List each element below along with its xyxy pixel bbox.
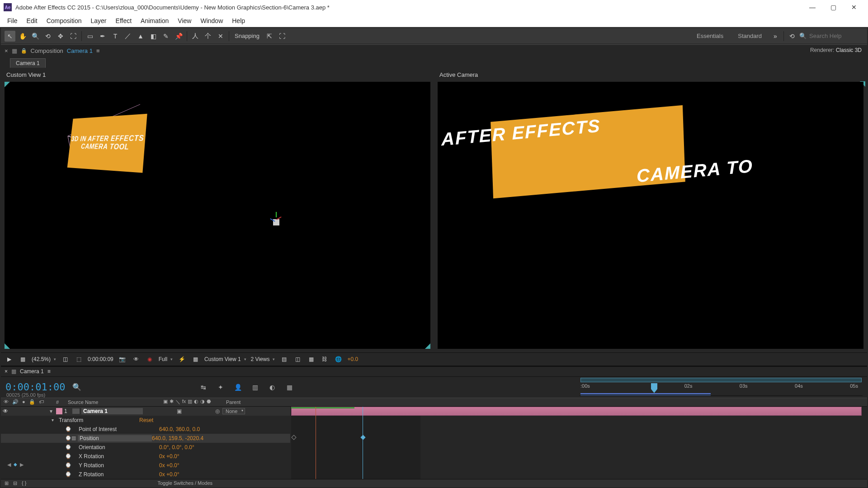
parent-col[interactable]: Parent [223,399,290,405]
keyframe-tick[interactable] [363,455,363,458]
property-value[interactable]: 640.0, 159.5, -2020.4 [152,435,203,441]
transform-group[interactable]: ▾ Transform Reset [1,416,290,425]
view-layout-dropdown[interactable]: Custom View 1 [204,356,246,362]
property-value[interactable]: 0.0°, 0.0°, 0.0° [159,444,194,450]
zoom-tool[interactable]: 🔍 [30,31,41,42]
clone-stamp-tool[interactable]: ▲ [135,31,146,42]
layer-switches[interactable]: ▣ [143,408,215,414]
stopwatch-icon[interactable]: ⌚ [65,426,71,432]
work-area-bar[interactable] [580,378,862,382]
current-time-display[interactable]: 0:00:01:00 [1,381,70,393]
maximize-button[interactable]: ▢ [823,0,844,14]
draft-3d-icon[interactable]: ✦ [216,383,225,392]
rotation-tool[interactable]: ⟲ [42,31,53,42]
channel-icon[interactable]: ◉ [145,355,154,364]
property-value[interactable]: 0x +0.0° [159,471,179,478]
property-row-y-rotation[interactable]: ⌚Y Rotation0x +0.0° [1,461,290,470]
local-axis-mode[interactable]: 人 [190,31,201,42]
time-ruler[interactable]: :00s 02s 03s 04s 05s [580,377,863,396]
close-button[interactable]: ✕ [844,0,864,14]
transparency-grid-icon[interactable]: ▦ [18,355,27,364]
pixel-aspect-icon[interactable]: ▤ [279,355,288,364]
menu-composition[interactable]: Composition [42,15,86,26]
solo-column-icon[interactable]: ● [22,399,25,405]
globe-icon[interactable]: 🌐 [334,355,343,364]
playhead-line[interactable] [363,407,363,479]
keyframe-tick[interactable] [363,446,363,449]
brush-tool[interactable]: ／ [123,31,133,42]
menu-edit[interactable]: Edit [22,15,42,26]
menu-file[interactable]: File [3,15,22,26]
guides-icon[interactable]: ◫ [293,355,302,364]
close-panel-icon[interactable]: × [5,47,8,54]
pan-behind-tool[interactable]: ⛶ [68,31,79,42]
stopwatch-icon[interactable]: ⌚ [65,471,71,477]
composition-name[interactable]: Camera 1 [67,47,93,54]
timeline-close-icon[interactable]: × [5,368,8,375]
property-value[interactable]: 0x +0.0° [159,453,179,460]
zoom-dropdown[interactable]: (42.5%) [32,356,56,362]
next-keyframe-button[interactable]: ▶ [20,462,24,468]
property-row-x-rotation[interactable]: ⌚X Rotation0x +0.0° [1,452,290,461]
search-input[interactable] [809,33,863,39]
stopwatch-icon[interactable]: ⌚ [65,444,71,450]
toggle-transparency-icon[interactable]: ▦ [191,355,200,364]
prev-keyframe-button[interactable]: ◀ [7,462,11,468]
timeline-panel-menu-icon[interactable]: ≡ [47,368,51,375]
label-column-icon[interactable]: 🏷 [39,399,44,405]
graph-editor-icon[interactable]: ▦ [285,383,294,392]
viewer-left-canvas[interactable]: 3D IN AFTER EFFECTS CAMERA TOOL [5,82,430,349]
menu-effect[interactable]: Effect [111,15,137,26]
unified-camera-tool[interactable]: ✥ [55,31,66,42]
grid-icon[interactable]: ▦ [307,355,316,364]
property-row-orientation[interactable]: ⌚Orientation0.0°, 0.0°, 0.0° [1,443,290,452]
add-keyframe-button[interactable]: ◆ [14,462,17,468]
reset-link[interactable]: Reset [139,417,153,423]
selection-tool[interactable]: ↖ [5,31,15,42]
layer-duration-bar[interactable] [291,407,862,416]
eraser-tool[interactable]: ◧ [148,31,159,42]
property-value[interactable]: 0x +0.0° [159,462,179,469]
property-value[interactable]: 640.0, 360.0, 0.0 [159,426,200,432]
property-row-point-of-interest[interactable]: ⌚Point of Interest640.0, 360.0, 0.0 [1,425,290,434]
rectangle-tool[interactable]: ▭ [85,31,95,42]
type-tool[interactable]: T [110,31,121,42]
property-row-position[interactable]: ⌚▥Position640.0, 159.5, -2020.4 [1,434,290,443]
pickwhip-icon[interactable]: ◎ [215,408,220,414]
source-name-col[interactable]: Source Name [65,399,151,405]
toggle-modes-icon[interactable]: ⊟ [13,480,17,486]
twirl-transform[interactable]: ▾ [52,418,58,422]
video-toggle[interactable]: 👁 [1,408,10,414]
comp-mini-flowchart-icon[interactable]: ↹ [199,383,208,392]
snapping-label[interactable]: Snapping [232,33,262,39]
viewer-right-canvas[interactable]: AFTER EFFECTS CAMERA TO [438,82,863,349]
resolution-dropdown[interactable]: Full [159,356,173,362]
resolution-icon[interactable]: ◫ [61,355,70,364]
graph-icon[interactable]: ▥ [71,435,78,441]
menu-window[interactable]: Window [196,15,227,26]
workspace-standard[interactable]: Standard [731,33,768,39]
motion-blur-icon[interactable]: ◐ [268,383,277,392]
timeline-graph-area[interactable] [290,407,867,479]
flowchart-icon[interactable]: ▦ [12,47,17,54]
keyframe-tick[interactable] [363,464,363,467]
roi-icon[interactable]: ⬚ [74,355,83,364]
label-color[interactable] [56,408,62,414]
snap-edge-icon[interactable]: ⇱ [264,31,275,42]
video-column-icon[interactable]: 👁 [4,399,9,405]
property-row-z-rotation[interactable]: ⌚Z Rotation0x +0.0° [1,470,290,479]
keyframe-tick[interactable] [363,427,363,431]
renderer-value[interactable]: Classic 3D [836,47,862,53]
toggle-switches-modes[interactable]: Toggle Switches / Modes [157,480,212,486]
frame-blend-icon[interactable]: ▥ [250,383,259,392]
fast-previews-icon[interactable]: ⚡ [177,355,186,364]
hide-shy-icon[interactable]: 👤 [233,383,242,392]
roto-brush-tool[interactable]: ✎ [160,31,171,42]
current-time[interactable]: 0:00:00:09 [88,356,113,362]
workspace-overflow[interactable]: » [770,31,781,42]
snapshot-icon[interactable]: 📷 [118,355,127,364]
3d-view-icon[interactable]: ⛓ [320,355,329,364]
workspace-essentials[interactable]: Essentials [690,33,730,39]
toggle-switches-icon[interactable]: ⊞ [5,480,9,486]
timeline-flowchart-icon[interactable]: ▦ [11,368,16,375]
